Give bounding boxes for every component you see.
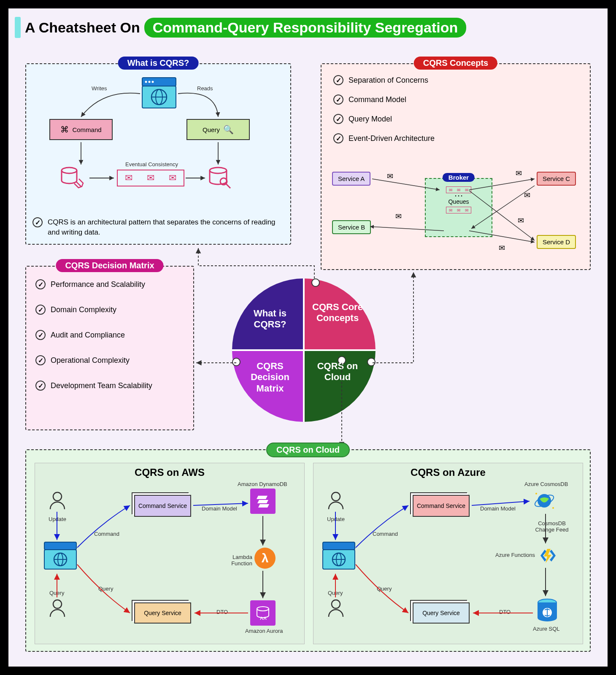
matrix-item: Operational Complexity [35, 355, 184, 365]
cloud-aws: CQRS on AWS Command Service Query Servic… [35, 463, 305, 644]
lambda-label: Lambda Function [212, 554, 252, 567]
svg-point-26 [232, 358, 240, 366]
user-icon [48, 491, 67, 512]
label-writes: Writes [92, 85, 107, 92]
panel-decision-matrix: CQRS Decision Matrix Performance and Sca… [25, 266, 194, 430]
aws-query-label-1: Query [49, 590, 64, 596]
dynamodb-label: Amazon DynamoDB [238, 481, 287, 487]
svg-point-43 [332, 492, 340, 501]
svg-point-52 [535, 493, 537, 494]
panel-title-whatis: What is CQRS? [118, 57, 199, 70]
envelope-icon: ✉ [395, 212, 402, 221]
page-title: A Cheatsheet On Command-Query Responsibi… [15, 17, 466, 38]
svg-line-58 [472, 501, 530, 505]
change-feed-label: CosmosDB Change Feed [529, 520, 575, 533]
svg-point-29 [53, 492, 62, 501]
svg-point-24 [312, 279, 319, 286]
chart-search-icon: 🔍 [223, 124, 234, 135]
aws-command-label: Command [94, 531, 119, 537]
envelope-icon: ✉ [524, 191, 530, 200]
svg-rect-45 [323, 542, 355, 550]
svg-point-2 [149, 81, 151, 83]
az-query-label-1: Query [328, 590, 343, 596]
az-update-label: Update [327, 516, 345, 522]
panel-title-concepts: CQRS Concepts [414, 57, 497, 70]
pie-label-whatis: What is CQRS? [240, 308, 300, 330]
pie-label-concepts: CQRS Core Concepts [308, 302, 367, 324]
concept-item: Separation of Concerns [333, 75, 578, 85]
svg-point-36 [257, 607, 269, 611]
aurora-icon [250, 600, 276, 626]
check-icon [32, 217, 43, 227]
aws-update-label: Update [49, 516, 66, 522]
az-command-label: Command [373, 531, 398, 537]
svg-point-30 [53, 600, 62, 608]
matrix-label: Domain Complexity [51, 305, 116, 314]
aws-domain-model: Domain Model [202, 505, 237, 512]
check-icon [35, 305, 46, 315]
concept-item: Query Model [333, 114, 578, 124]
concept-label: Command Model [349, 95, 406, 104]
check-icon [35, 330, 46, 340]
panel-title-matrix: CQRS Decision Matrix [56, 259, 163, 272]
matrix-item: Development Team Scalability [35, 381, 184, 391]
svg-point-9 [210, 167, 227, 173]
aws-command-service: Command Service [134, 495, 191, 517]
concept-label: Query Model [349, 115, 392, 124]
whatis-summary-row: CQRS is an architectural pattern that se… [32, 217, 284, 238]
az-query-label-2: Query [377, 586, 392, 592]
cosmos-icon [533, 489, 556, 514]
concept-label: Separation of Concerns [349, 76, 428, 85]
queue-row-icon: ✉✉✉ [446, 186, 471, 193]
browser-globe-icon [140, 77, 178, 111]
service-c-box: Service C [537, 172, 576, 186]
aws-dto: DTO [216, 609, 228, 615]
queue-row-icon: ✉✉✉ [446, 207, 471, 213]
whatis-summary: CQRS is an architectural pattern that se… [48, 217, 284, 238]
lambda-icon: λ [254, 548, 276, 569]
aws-title: CQRS on AWS [35, 467, 304, 478]
label-eventual: Eventual Consistency [125, 161, 178, 167]
center-pie: What is CQRS? CQRS Core Concepts CQRS De… [232, 278, 376, 422]
az-domain-model: Domain Model [480, 505, 516, 512]
queues-label: Queues [426, 198, 492, 205]
check-icon [333, 75, 343, 85]
user-icon [326, 491, 346, 512]
service-b-box: Service B [332, 220, 371, 234]
panel-what-is-cqrs: What is CQRS? Writes Reads ⌘ Command Que… [25, 63, 291, 245]
panel-cloud: CQRS on Cloud CQRS on AWS Command Servic… [25, 449, 591, 652]
cloud-azure: CQRS on Azure Command Service Query Serv… [313, 463, 583, 644]
azuresql-label: Azure SQL [533, 626, 560, 632]
pie-label-matrix: CQRS Decision Matrix [240, 361, 300, 394]
cosmos-label: Azure CosmosDB [524, 481, 568, 487]
broker-label: Broker [443, 173, 475, 182]
broker-box: Broker ✉✉✉ ● ● ● Queues ✉✉✉ [425, 178, 492, 237]
panel-concepts: CQRS Concepts Separation of Concerns Com… [321, 63, 591, 270]
functions-label: Azure Functions [495, 552, 535, 558]
azuresql-icon [536, 598, 558, 625]
matrix-label: Development Team Scalability [51, 381, 152, 390]
aurora-label: Amazon Aurora [245, 628, 283, 634]
matrix-item: Audit and Compliance [35, 330, 184, 340]
browser-icon [43, 541, 77, 571]
message-queue-icon: ✉ ✉ ✉ [117, 170, 184, 186]
envelope-icon: ✉ [516, 169, 522, 178]
check-icon [333, 94, 343, 105]
service-a-box: Service A [332, 172, 370, 186]
svg-point-44 [332, 600, 340, 608]
title-prefix: A Cheatsheet On [25, 19, 140, 36]
query-box: Query 🔍 [186, 119, 250, 140]
azure-command-service: Command Service [413, 495, 470, 517]
command-label: Command [72, 126, 101, 133]
label-reads: Reads [197, 85, 213, 92]
azure-title: CQRS on Azure [313, 467, 583, 478]
svg-rect-0 [142, 78, 176, 86]
concept-label: Event-Driven Architecture [349, 134, 435, 143]
az-dto: DTO [499, 609, 511, 615]
azure-query-service: Query Service [413, 602, 470, 624]
pie-label-cloud: CQRS on Cloud [308, 361, 367, 383]
check-icon [333, 133, 343, 143]
svg-point-8 [62, 167, 77, 173]
browser-icon [322, 541, 356, 571]
concept-item: Command Model [333, 94, 578, 105]
